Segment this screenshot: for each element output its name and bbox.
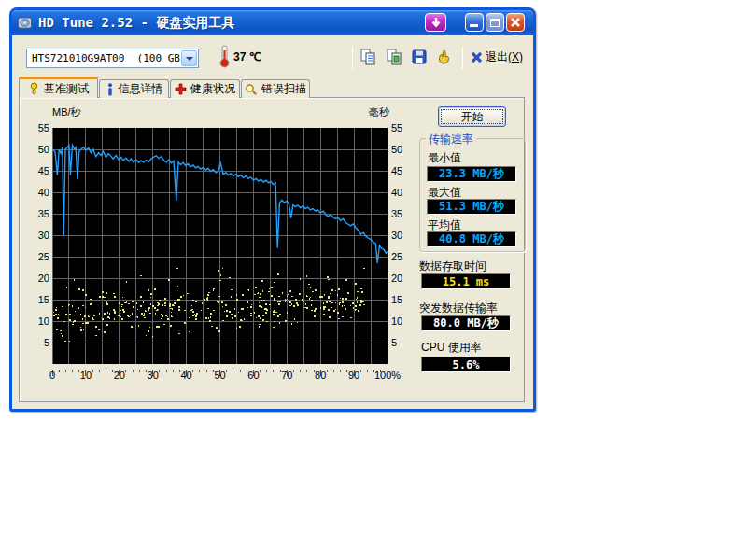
- maximize-icon: [490, 19, 500, 27]
- axis-tick-label: 45: [25, 165, 49, 176]
- y-left-axis-title: MB/秒: [52, 105, 81, 119]
- max-speed-display: 51.3 MB/秒: [427, 199, 516, 215]
- access-time-display: 15.1 ms: [421, 273, 511, 289]
- toolbar-separator: [352, 47, 353, 69]
- axis-tick-label: 35: [391, 208, 419, 219]
- close-button[interactable]: [506, 13, 525, 32]
- transfer-rate-groupbox: 传输速率 最小值 23.3 MB/秒 最大值 51.3 MB/秒 平均值 40.…: [419, 138, 526, 252]
- axis-tick-label: 90: [337, 370, 371, 381]
- cpu-usage-label: CPU 使用率: [421, 340, 482, 356]
- axis-tick-label: 20: [25, 273, 49, 284]
- tab-label: 健康状况: [190, 81, 235, 97]
- y-left-axis-labels: 555045403530252015105: [25, 128, 49, 364]
- axis-tick-label: 5: [391, 337, 419, 348]
- title-bar[interactable]: HD Tune 2.52 - 硬盘实用工具: [12, 10, 533, 35]
- burst-rate-display: 80.0 MB/秒: [421, 315, 511, 331]
- axis-tick-label: 20: [391, 273, 419, 284]
- axis-tick-label: 55: [25, 122, 49, 133]
- exit-x-icon: [470, 50, 484, 64]
- axis-tick-label: 55: [391, 122, 419, 133]
- axis-tick-label: 50: [391, 144, 419, 155]
- drive-select-value: HTS721010G9AT00 (100 GB): [32, 52, 187, 64]
- axis-tick-label: 80: [303, 370, 337, 381]
- temperature-value: 37 ℃: [233, 50, 261, 63]
- axis-tick-label: 0: [35, 370, 69, 381]
- axis-tick-label: 15: [25, 294, 49, 305]
- benchmark-bulb-icon: [28, 82, 40, 95]
- access-time-label: 数据存取时间: [419, 259, 486, 274]
- save-icon[interactable]: [410, 48, 429, 66]
- axis-tick-label: 40: [170, 370, 204, 381]
- axis-tick-label: 45: [391, 165, 419, 176]
- thermometer-icon: [218, 44, 231, 68]
- hdd-app-icon: [17, 15, 33, 31]
- chevron-down-icon: [186, 57, 193, 61]
- axis-tick-label: 10: [69, 370, 103, 381]
- avg-speed-display: 40.8 MB/秒: [427, 231, 516, 247]
- tab-label: 信息详情: [119, 81, 163, 97]
- benchmark-chart-plot: [52, 128, 388, 364]
- exit-button[interactable]: 退出(X): [470, 49, 523, 65]
- cpu-usage-display: 5.6%: [421, 357, 511, 372]
- tab-scan[interactable]: 错误扫描: [241, 79, 310, 98]
- axis-tick-label: 40: [391, 187, 419, 198]
- axis-tick-label: 40: [25, 187, 49, 198]
- x-axis-labels: 0102030405060708090100%: [52, 370, 388, 383]
- min-label: 最小值: [428, 150, 461, 166]
- options-icon[interactable]: [434, 48, 453, 66]
- start-button[interactable]: 开始: [438, 106, 506, 127]
- tab-label: 基准测试: [44, 81, 89, 97]
- minimize-button[interactable]: [465, 13, 484, 32]
- window-content: HTS721010G9AT00 (100 GB) 37 ℃: [12, 35, 533, 409]
- y-right-axis-labels: 555045403530252015105: [391, 128, 419, 364]
- copy-image-icon[interactable]: [385, 48, 403, 66]
- axis-tick-label: 5: [25, 337, 49, 348]
- axis-tick-label: 10: [391, 315, 419, 327]
- axis-tick-label: 30: [25, 230, 49, 241]
- window-title: HD Tune 2.52 - 硬盘实用工具: [38, 15, 234, 32]
- axis-tick-label: 100%: [371, 370, 404, 381]
- burst-rate-label: 突发数据传输率: [419, 301, 498, 316]
- axis-tick-label: 20: [103, 370, 136, 381]
- groupbox-title: 传输速率: [426, 132, 476, 147]
- maximize-button[interactable]: [486, 13, 504, 32]
- tab-benchmark[interactable]: 基准测试: [19, 77, 98, 98]
- magnifier-icon: [245, 83, 258, 96]
- axis-tick-label: 25: [391, 251, 419, 262]
- axis-tick-label: 35: [25, 208, 49, 219]
- axis-tick-label: 25: [25, 251, 49, 262]
- info-icon: [106, 83, 115, 96]
- start-button-label: 开始: [461, 109, 484, 125]
- benchmark-panel: MB/秒 毫秒 555045403530252015105 5550454035…: [19, 97, 525, 402]
- app-window: HD Tune 2.52 - 硬盘实用工具 HTS721010G9AT00 (1…: [9, 7, 536, 412]
- axis-tick-label: 30: [136, 370, 170, 381]
- axis-tick-label: 70: [270, 370, 303, 381]
- dropdown-arrow-button[interactable]: [181, 50, 197, 66]
- axis-tick-label: 15: [391, 294, 419, 305]
- axis-tick-label: 30: [391, 230, 419, 241]
- tab-health[interactable]: 健康状况: [170, 79, 240, 98]
- axis-tick-label: 50: [25, 144, 49, 155]
- update-download-button[interactable]: [425, 13, 446, 32]
- axis-tick-label: 50: [204, 370, 237, 381]
- minimize-icon: [470, 24, 478, 27]
- toolbar-separator: [462, 47, 463, 69]
- close-icon: [510, 17, 521, 28]
- axis-tick-label: 60: [236, 370, 270, 381]
- tab-info[interactable]: 信息详情: [99, 79, 169, 98]
- health-cross-icon: [175, 83, 187, 95]
- drive-select-dropdown[interactable]: HTS721010G9AT00 (100 GB): [26, 49, 199, 68]
- axis-tick-label: 10: [25, 315, 49, 327]
- copy-text-icon[interactable]: [359, 48, 377, 66]
- download-arrow-icon: [430, 16, 443, 29]
- y-right-axis-title: 毫秒: [369, 105, 389, 119]
- min-speed-display: 23.3 MB/秒: [427, 166, 516, 182]
- tab-label: 错误扫描: [261, 81, 306, 97]
- exit-label: 退出(X): [486, 49, 523, 65]
